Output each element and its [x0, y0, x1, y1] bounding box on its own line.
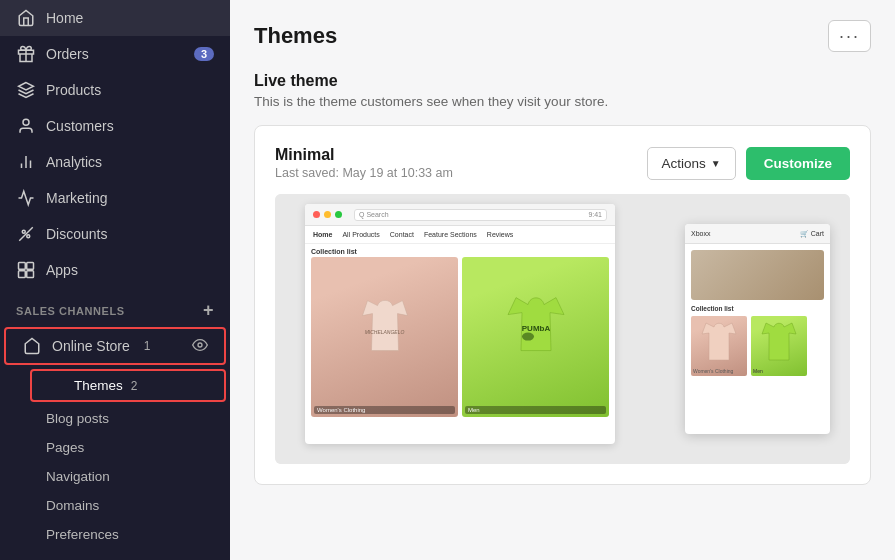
side-mens-label: Men [753, 368, 763, 374]
dot-red [313, 211, 320, 218]
sidebar-item-products-label: Products [46, 82, 101, 98]
online-store-label: Online Store [52, 338, 130, 354]
svg-rect-7 [19, 263, 26, 270]
womens-shirt-visual: MICHELANGELO [357, 296, 412, 365]
theme-name: Minimal [275, 146, 453, 164]
mens-shirt-visual: PUMbA [506, 293, 566, 367]
blog-posts-label: Blog posts [46, 411, 109, 426]
side-womens-img: Women's Clothing [691, 316, 747, 376]
sidebar-item-apps[interactable]: Apps [0, 252, 230, 288]
side-hero-image [691, 250, 824, 300]
preferences-label: Preferences [46, 527, 119, 542]
mens-label: Men [465, 406, 606, 414]
store-topbar: Q Search 9:41 [305, 204, 615, 226]
svg-point-11 [198, 343, 202, 347]
store-main-window: Q Search 9:41 Home All Products Contact … [305, 204, 615, 444]
sidebar-sub-item-blog-posts[interactable]: Blog posts [0, 404, 230, 433]
mens-product-img: PUMbA Men [462, 257, 609, 417]
collection-list-label: Collection list [305, 244, 615, 257]
svg-point-14 [522, 333, 534, 341]
orders-icon [16, 44, 36, 64]
svg-text:PUMbA: PUMbA [521, 324, 550, 333]
products-icon [16, 80, 36, 100]
side-collection-label: Collection list [691, 305, 824, 312]
search-text: Q Search [359, 211, 389, 218]
product-images-row: MICHELANGELO Women's Clothing PUMbA [305, 257, 615, 417]
home-icon [16, 8, 36, 28]
sidebar: Home Orders 3 Products Customers Analyti… [0, 0, 230, 560]
actions-button[interactable]: Actions ▼ [647, 147, 736, 180]
nav-all-products: All Products [342, 231, 379, 238]
svg-marker-0 [19, 83, 34, 91]
discounts-icon [16, 224, 36, 244]
domains-label: Domains [46, 498, 99, 513]
sidebar-item-home-label: Home [46, 10, 83, 26]
sidebar-sub-item-pages[interactable]: Pages [0, 433, 230, 462]
side-body: Collection list Women's Clothing [685, 244, 830, 382]
sidebar-item-customers[interactable]: Customers [0, 108, 230, 144]
sidebar-item-analytics[interactable]: Analytics [0, 144, 230, 180]
nav-contact: Contact [390, 231, 414, 238]
live-theme-desc: This is the theme customers see when the… [254, 94, 871, 109]
apps-icon [16, 260, 36, 280]
sales-channels-label: SALES CHANNELS [16, 305, 125, 317]
themes-label: Themes [74, 378, 123, 393]
svg-text:MICHELANGELO: MICHELANGELO [364, 329, 404, 335]
sidebar-sub-item-themes[interactable]: Themes 2 [30, 369, 226, 402]
side-topbar: Xboxx 🛒 Cart [685, 224, 830, 244]
sidebar-item-online-store[interactable]: Online Store 1 [4, 327, 226, 365]
marketing-icon [16, 188, 36, 208]
sidebar-item-discounts[interactable]: Discounts [0, 216, 230, 252]
side-store-name: Xboxx [691, 230, 710, 237]
sidebar-item-orders-label: Orders [46, 46, 89, 62]
sales-channels-section: SALES CHANNELS + [0, 288, 230, 325]
page-title: Themes [254, 23, 337, 49]
svg-point-6 [27, 235, 30, 238]
sidebar-item-products[interactable]: Products [0, 72, 230, 108]
side-products: Women's Clothing Men [691, 316, 824, 376]
orders-badge: 3 [194, 47, 214, 61]
sidebar-item-marketing[interactable]: Marketing [0, 180, 230, 216]
theme-preview: Q Search 9:41 Home All Products Contact … [275, 194, 850, 464]
theme-card: Minimal Last saved: May 19 at 10:33 am A… [254, 125, 871, 485]
theme-actions: Actions ▼ Customize [647, 147, 850, 180]
nav-home: Home [313, 231, 332, 238]
customers-icon [16, 116, 36, 136]
side-cart-label: 🛒 Cart [800, 230, 824, 238]
address-bar: Q Search 9:41 [354, 209, 607, 221]
theme-info: Minimal Last saved: May 19 at 10:33 am [275, 146, 453, 180]
nav-features: Feature Sections [424, 231, 477, 238]
svg-rect-10 [27, 271, 34, 278]
sidebar-item-analytics-label: Analytics [46, 154, 102, 170]
sidebar-item-orders[interactable]: Orders 3 [0, 36, 230, 72]
sidebar-sub-item-navigation[interactable]: Navigation [0, 462, 230, 491]
svg-point-1 [23, 119, 29, 125]
theme-last-saved: Last saved: May 19 at 10:33 am [275, 166, 453, 180]
preview-container: Q Search 9:41 Home All Products Contact … [275, 194, 850, 464]
pages-label: Pages [46, 440, 84, 455]
themes-step: 2 [131, 379, 138, 393]
svg-rect-8 [27, 263, 34, 270]
sidebar-sub-item-preferences[interactable]: Preferences [0, 520, 230, 549]
online-store-icon [22, 336, 42, 356]
add-sales-channel-icon[interactable]: + [203, 300, 214, 321]
sidebar-item-home[interactable]: Home [0, 0, 230, 36]
navigation-label: Navigation [46, 469, 110, 484]
nav-reviews: Reviews [487, 231, 513, 238]
eye-icon[interactable] [192, 337, 208, 356]
page-header: Themes ··· [254, 20, 871, 52]
svg-point-5 [22, 230, 25, 233]
actions-label: Actions [662, 156, 706, 171]
sidebar-item-discounts-label: Discounts [46, 226, 107, 242]
sidebar-sub-item-domains[interactable]: Domains [0, 491, 230, 520]
dot-green [335, 211, 342, 218]
customize-button[interactable]: Customize [746, 147, 850, 180]
preview-time: 9:41 [588, 211, 602, 218]
more-options-button[interactable]: ··· [828, 20, 871, 52]
side-mens-img: Men [751, 316, 807, 376]
store-side-panel: Xboxx 🛒 Cart Collection list Women's Clo… [685, 224, 830, 434]
womens-product-img: MICHELANGELO Women's Clothing [311, 257, 458, 417]
womens-label: Women's Clothing [314, 406, 455, 414]
theme-card-header: Minimal Last saved: May 19 at 10:33 am A… [275, 146, 850, 180]
side-womens-label: Women's Clothing [693, 368, 733, 374]
